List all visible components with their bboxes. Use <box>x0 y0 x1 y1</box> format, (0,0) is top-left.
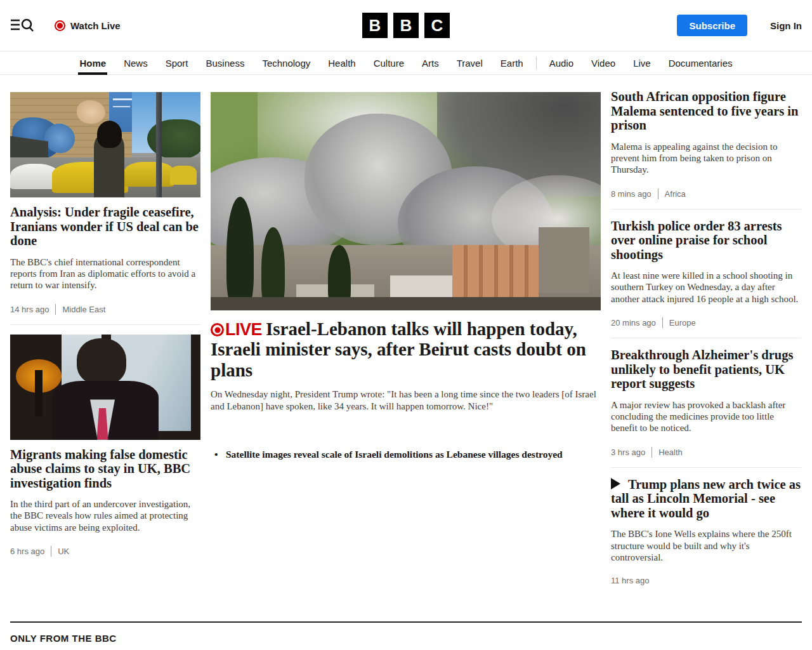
nav-item-culture[interactable]: Culture <box>365 52 413 74</box>
cypress-tree-shape <box>226 197 254 310</box>
nav-item-arts[interactable]: Arts <box>413 52 448 74</box>
nav-item-travel[interactable]: Travel <box>448 52 492 74</box>
headscarf-shape <box>97 121 122 148</box>
article-headline[interactable]: Turkish police order 83 arrests over onl… <box>611 219 801 262</box>
article-meta: 20 mins ago Europe <box>611 317 801 328</box>
primary-nav: Home News Sport Business Technology Heal… <box>0 51 812 75</box>
main-story-headline[interactable]: LIVEIsrael-Lebanon talks will happen tod… <box>211 319 601 380</box>
building-shape-2 <box>539 227 589 293</box>
article-category[interactable]: Middle East <box>62 305 105 314</box>
article-meta: 8 mins ago Africa <box>611 189 801 199</box>
article-timestamp: 11 hrs ago <box>611 576 649 585</box>
live-badge: LIVE <box>225 320 262 339</box>
menu-search-icon[interactable] <box>10 17 36 34</box>
section-title: ONLY FROM THE BBC <box>10 633 802 644</box>
article-meta: 14 hrs ago Middle East <box>10 304 200 315</box>
orange-building-shape <box>452 245 538 302</box>
main-story-image[interactable] <box>211 92 601 310</box>
card-divider <box>611 209 801 209</box>
right-column: South African opposition figure Malema s… <box>611 92 801 585</box>
article-image-migrants[interactable] <box>10 335 200 440</box>
related-link-item[interactable]: Satellite images reveal scale of Israeli… <box>211 448 601 461</box>
article-headline[interactable]: Analysis: Under fragile ceasefire, Irani… <box>10 205 200 248</box>
lamp-stem-shape <box>35 370 43 416</box>
mural-hand-shape <box>77 100 105 124</box>
main-story-summary: On Wednesday night, President Trump wrot… <box>211 388 601 413</box>
nav-item-video[interactable]: Video <box>582 52 624 74</box>
article-card-migrants: Migrants making false domestic abuse cla… <box>10 335 200 557</box>
nav-item-health[interactable]: Health <box>319 52 364 74</box>
article-category[interactable]: Africa <box>665 189 686 199</box>
nav-item-sport[interactable]: Sport <box>157 52 197 74</box>
article-timestamp: 14 hrs ago <box>10 305 49 314</box>
meta-divider <box>652 447 652 458</box>
card-divider <box>611 467 801 468</box>
bbc-logo[interactable]: B B C <box>362 13 450 38</box>
article-timestamp: 3 hrs ago <box>611 448 645 457</box>
yellow-taxi-shape-2 <box>124 162 174 187</box>
article-summary: The BBC's chief international correspond… <box>10 256 200 291</box>
section-rule <box>10 621 802 623</box>
article-category[interactable]: UK <box>58 547 69 556</box>
meta-divider <box>51 546 51 557</box>
article-timestamp: 6 hrs ago <box>10 547 44 556</box>
article-summary: Malema is appealing against the decision… <box>611 141 801 176</box>
meta-divider <box>658 189 658 199</box>
article-card-trump-arch: Trump plans new arch twice as tall as Li… <box>611 477 801 586</box>
left-column: Analysis: Under fragile ceasefire, Irani… <box>10 92 200 585</box>
banner-text-line-2 <box>113 106 130 107</box>
foreground-strip-shape <box>211 297 601 310</box>
article-meta: 6 hrs ago UK <box>10 546 200 557</box>
banner-text-line <box>113 98 132 100</box>
article-meta: 3 hrs ago Health <box>611 447 801 458</box>
article-summary: A major review has provoked a backlash a… <box>611 399 801 434</box>
nav-item-home[interactable]: Home <box>70 52 115 74</box>
top-stories-grid: Analysis: Under fragile ceasefire, Irani… <box>0 92 812 585</box>
article-image-iran[interactable] <box>10 92 200 197</box>
article-summary: In the third part of an undercover inves… <box>10 498 200 533</box>
logo-block-c: C <box>424 13 450 38</box>
watch-live-button[interactable]: Watch Live <box>55 20 121 31</box>
nav-item-audio[interactable]: Audio <box>540 52 582 74</box>
article-summary: At least nine were killed in a school sh… <box>611 270 801 305</box>
article-headline[interactable]: South African opposition figure Malema s… <box>611 90 801 133</box>
article-category[interactable]: Health <box>658 448 683 457</box>
article-meta: 11 hrs ago <box>611 576 801 585</box>
nav-item-documentaries[interactable]: Documentaries <box>660 52 742 74</box>
article-timestamp: 20 mins ago <box>611 318 656 328</box>
nav-item-business[interactable]: Business <box>197 52 254 74</box>
article-headline[interactable]: Migrants making false domestic abuse cla… <box>10 448 200 491</box>
man-head-shape <box>77 338 126 385</box>
play-icon <box>611 478 620 489</box>
card-divider <box>10 324 200 325</box>
nav-item-earth[interactable]: Earth <box>492 52 532 74</box>
meta-divider <box>55 304 56 315</box>
meta-divider <box>662 317 663 328</box>
nav-item-technology[interactable]: Technology <box>253 52 319 74</box>
article-category[interactable]: Europe <box>669 318 696 328</box>
article-headline-text: Trump plans new arch twice as tall as Li… <box>611 477 801 520</box>
yellow-taxi-shape-3 <box>170 166 197 185</box>
article-headline[interactable]: Trump plans new arch twice as tall as Li… <box>611 477 801 521</box>
article-card-iran: Analysis: Under fragile ceasefire, Irani… <box>10 92 200 325</box>
menu-search-glyph <box>10 17 36 34</box>
article-card-alzheimers: Breakthrough Alzheimer's drugs unlikely … <box>611 348 801 468</box>
main-story: LIVEIsrael-Lebanon talks will happen tod… <box>211 92 601 585</box>
subscribe-button[interactable]: Subscribe <box>677 15 747 36</box>
sign-in-link[interactable]: Sign In <box>770 20 802 31</box>
article-timestamp: 8 mins ago <box>611 189 652 199</box>
article-card-malema: South African opposition figure Malema s… <box>611 90 801 209</box>
nav-item-live[interactable]: Live <box>624 52 660 74</box>
logo-block-b2: B <box>393 13 419 38</box>
nav-item-news[interactable]: News <box>115 52 157 74</box>
article-headline[interactable]: Breakthrough Alzheimer's drugs unlikely … <box>611 348 801 391</box>
watch-live-label: Watch Live <box>70 20 121 31</box>
live-ring-icon <box>211 323 224 336</box>
top-header: Watch Live B B C Subscribe Sign In <box>0 0 812 51</box>
article-summary: The BBC's Ione Wells explains where the … <box>611 528 801 563</box>
article-card-turkey: Turkish police order 83 arrests over onl… <box>611 219 801 339</box>
card-divider <box>611 338 801 338</box>
main-headline-text: Israel-Lebanon talks will happen today, … <box>211 319 586 380</box>
record-dot-icon <box>55 20 65 31</box>
related-links: Satellite images reveal scale of Israeli… <box>211 448 601 461</box>
